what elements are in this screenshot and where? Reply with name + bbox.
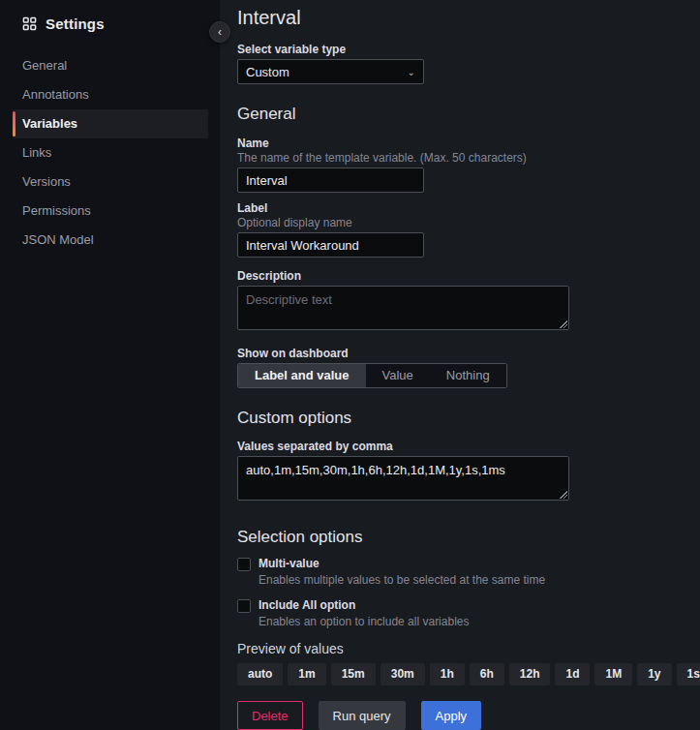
include-all-description: Enables an option to include all variabl… — [259, 615, 469, 629]
multi-value-description: Enables multiple values to be selected a… — [259, 573, 545, 588]
sidebar-collapse-button[interactable]: ‹ — [209, 21, 230, 43]
variable-type-value: Custom — [246, 65, 289, 79]
multi-value-checkbox[interactable] — [237, 558, 251, 571]
preview-chip: auto — [237, 663, 283, 685]
label-label: Label — [237, 201, 683, 216]
label-hint: Optional display name — [237, 216, 683, 230]
preview-chip: 30m — [380, 663, 425, 685]
preview-chip: 1d — [555, 663, 590, 685]
settings-nav: General Annotations Variables Links Vers… — [0, 51, 220, 255]
radio-option-value[interactable]: Value — [366, 364, 430, 387]
values-textarea[interactable]: auto,1m,15m,30m,1h,6h,12h,1d,1M,1y,1s,1m… — [237, 456, 569, 501]
custom-options-heading: Custom options — [237, 408, 683, 429]
preview-of-values-label: Preview of values — [237, 640, 683, 657]
preview-chip: 12h — [509, 663, 551, 685]
show-on-dashboard-label: Show on dashboard — [237, 347, 683, 361]
selection-options-heading: Selection options — [237, 527, 683, 548]
apps-grid-icon — [22, 16, 37, 31]
resize-handle-icon[interactable] — [559, 490, 567, 499]
multi-value-label: Multi-value — [259, 557, 545, 571]
sidebar-item-permissions[interactable]: Permissions — [13, 197, 208, 226]
multi-value-row: Multi-value Enables multiple values to b… — [237, 557, 683, 588]
radio-option-nothing[interactable]: Nothing — [430, 364, 506, 387]
variable-type-label: Select variable type — [237, 43, 683, 57]
radio-option-label-and-value[interactable]: Label and value — [238, 364, 366, 387]
name-label: Name — [237, 137, 683, 151]
preview-chip: 6h — [470, 663, 504, 685]
apply-button[interactable]: Apply — [421, 701, 482, 730]
include-all-row: Include All option Enables an option to … — [237, 598, 683, 629]
chevron-left-icon: ‹ — [218, 25, 222, 39]
preview-values-list: auto 1m 15m 30m 1h 6h 12h 1d 1M 1y 1s 1m… — [237, 663, 683, 685]
settings-sidebar: Settings General Annotations Variables L… — [0, 0, 220, 730]
sidebar-item-general[interactable]: General — [13, 51, 208, 80]
values-label: Values separated by comma — [237, 440, 683, 454]
sidebar-title: Settings — [46, 15, 105, 32]
preview-chip: 1y — [637, 663, 671, 685]
preview-chip: 1h — [430, 663, 465, 685]
sidebar-item-annotations[interactable]: Annotations — [13, 80, 208, 109]
include-all-label: Include All option — [259, 598, 469, 613]
preview-chip: 1m — [288, 663, 325, 685]
action-buttons: Delete Run query Apply — [237, 701, 683, 730]
general-section-heading: General — [237, 104, 683, 125]
sidebar-item-links[interactable]: Links — [13, 138, 208, 167]
label-input[interactable] — [237, 232, 424, 258]
name-hint: The name of the template variable. (Max.… — [237, 151, 683, 166]
page-title: Interval — [237, 5, 683, 30]
sidebar-item-versions[interactable]: Versions — [13, 167, 208, 197]
variable-editor-panel: Interval Select variable type Custom ⌄ G… — [220, 0, 700, 730]
chevron-down-icon: ⌄ — [408, 67, 415, 77]
dashboard-settings-window: Settings General Annotations Variables L… — [0, 0, 700, 730]
show-on-dashboard-radio-group: Label and value Value Nothing — [237, 363, 507, 388]
include-all-checkbox[interactable] — [237, 599, 251, 613]
run-query-button[interactable]: Run query — [319, 701, 406, 730]
sidebar-item-json-model[interactable]: JSON Model — [13, 226, 208, 255]
preview-chip: 1s — [677, 663, 700, 685]
name-input[interactable] — [237, 167, 424, 193]
description-label: Description — [237, 269, 683, 284]
description-textarea[interactable] — [237, 286, 569, 330]
delete-button[interactable]: Delete — [237, 701, 303, 730]
preview-chip: 1M — [594, 663, 632, 685]
settings-header: Settings — [0, 13, 220, 34]
variable-type-select[interactable]: Custom ⌄ — [237, 59, 424, 84]
sidebar-item-variables[interactable]: Variables — [13, 109, 208, 138]
preview-chip: 15m — [331, 663, 376, 685]
resize-handle-icon[interactable] — [559, 319, 567, 328]
